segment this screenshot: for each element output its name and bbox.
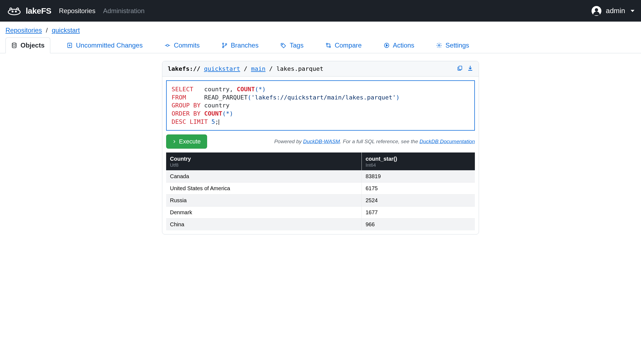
svg-point-3: [12, 43, 16, 45]
table-row: China966: [166, 219, 475, 231]
logo-icon: [7, 5, 22, 17]
gear-icon: [436, 42, 442, 48]
tab-objects[interactable]: Objects: [5, 37, 50, 53]
object-panel: lakefs:// quickstart / main / lakes.parq…: [162, 61, 479, 234]
tab-actions-label: Actions: [393, 42, 414, 49]
svg-point-8: [225, 43, 227, 45]
svg-rect-14: [459, 66, 462, 70]
tab-compare-label: Compare: [335, 42, 362, 49]
brand[interactable]: lakeFS: [7, 5, 51, 17]
nav-repositories[interactable]: Repositories: [59, 7, 95, 15]
tab-uncommitted[interactable]: Uncommitted Changes: [61, 38, 148, 53]
table-row: Denmark1677: [166, 207, 475, 219]
brand-text: lakeFS: [26, 6, 51, 16]
breadcrumb: Repositories / quickstart: [0, 22, 641, 37]
git-commit-icon: [164, 42, 170, 48]
user-menu[interactable]: admin: [592, 6, 634, 16]
tab-branches-label: Branches: [231, 42, 258, 49]
tabs: Objects Uncommitted Changes Commits Bran…: [0, 37, 641, 53]
breadcrumb-repositories[interactable]: Repositories: [5, 27, 42, 34]
tab-settings-label: Settings: [445, 42, 469, 49]
compare-icon: [325, 42, 331, 48]
navbar-left: lakeFS Repositories Administration: [7, 5, 145, 17]
path-file: lakes.parquet: [276, 65, 323, 72]
git-branch-icon: [222, 42, 228, 48]
svg-point-5: [166, 44, 168, 46]
download-icon[interactable]: [467, 65, 473, 72]
username: admin: [606, 7, 625, 15]
execute-button[interactable]: Execute: [166, 134, 207, 149]
svg-point-13: [439, 45, 440, 46]
play-circle-icon: [384, 42, 390, 48]
nav-administration[interactable]: Administration: [103, 7, 145, 15]
breadcrumb-repo[interactable]: quickstart: [52, 27, 80, 34]
sql-editor[interactable]: SELECT country, COUNT(*) FROM READ_PARQU…: [166, 80, 475, 131]
tag-icon: [280, 42, 286, 48]
tab-tags[interactable]: Tags: [275, 38, 309, 53]
path-scheme: lakefs://: [168, 65, 200, 72]
table-row: Canada83819: [166, 171, 475, 183]
path-ref[interactable]: main: [251, 65, 266, 72]
svg-point-9: [282, 44, 283, 45]
avatar-icon: [592, 6, 601, 16]
duckdb-docs-link[interactable]: DuckDB Documentation: [419, 139, 475, 144]
table-row: United States of America6175: [166, 183, 475, 195]
tab-settings[interactable]: Settings: [431, 38, 475, 53]
copy-icon[interactable]: [457, 65, 463, 72]
path-bar: lakefs:// quickstart / main / lakes.parq…: [162, 61, 479, 77]
execute-label: Execute: [179, 138, 201, 145]
tab-branches[interactable]: Branches: [216, 38, 264, 53]
table-row: Russia2524: [166, 195, 475, 207]
chevron-down-icon: [631, 10, 634, 12]
diff-added-icon: [67, 42, 73, 48]
tab-compare[interactable]: Compare: [320, 38, 367, 53]
breadcrumb-sep: /: [46, 27, 48, 34]
svg-point-7: [222, 46, 224, 48]
svg-point-6: [222, 43, 224, 44]
navbar: lakeFS Repositories Administration admin: [0, 0, 641, 22]
svg-point-2: [15, 11, 16, 12]
tab-objects-label: Objects: [20, 42, 45, 49]
tab-actions[interactable]: Actions: [378, 38, 420, 53]
table-header: CountryUtf8: [166, 152, 361, 171]
table-header: count_star()Int64: [361, 152, 475, 171]
tab-commits[interactable]: Commits: [159, 38, 205, 53]
svg-point-11: [329, 46, 331, 48]
svg-point-10: [326, 43, 328, 45]
svg-point-1: [12, 11, 13, 12]
chevron-right-icon: [172, 138, 176, 145]
result-table: CountryUtf8count_star()Int64 Canada83819…: [166, 152, 475, 230]
database-icon: [11, 42, 17, 48]
tab-uncommitted-label: Uncommitted Changes: [76, 42, 143, 49]
tab-commits-label: Commits: [174, 42, 200, 49]
powered-by: Powered by DuckDB-WASM. For a full SQL r…: [274, 139, 475, 145]
tab-tags-label: Tags: [290, 42, 304, 49]
path-repo[interactable]: quickstart: [204, 65, 240, 72]
duckdb-wasm-link[interactable]: DuckDB-WASM: [303, 139, 340, 144]
